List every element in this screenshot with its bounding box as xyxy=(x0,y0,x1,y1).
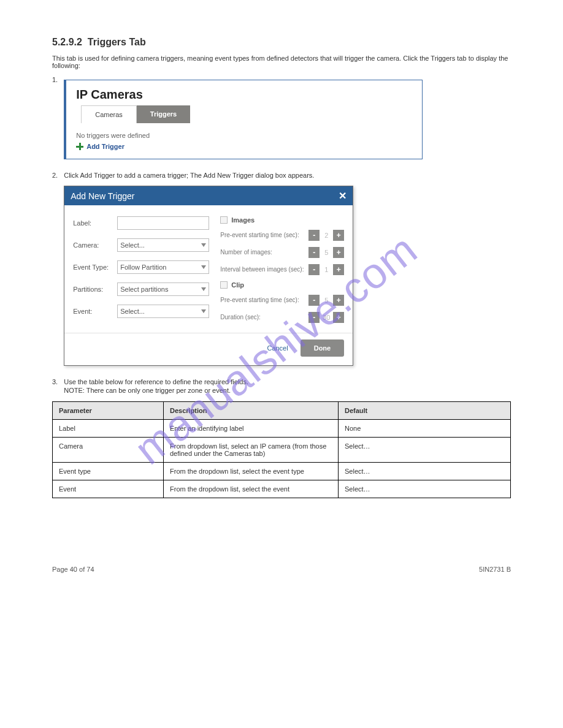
minus-icon[interactable]: - xyxy=(308,312,320,323)
step-2-marker: 2. xyxy=(52,172,58,366)
cell: Event xyxy=(53,480,164,498)
images-section-header: Images xyxy=(220,216,344,224)
label-input[interactable] xyxy=(117,216,209,230)
interval-label: Interval between images (sec): xyxy=(220,266,308,273)
cell: Label xyxy=(53,420,164,438)
partitions-select-value: Select partitions xyxy=(120,286,168,293)
interval-value: 1 xyxy=(320,266,333,273)
page-footer-right: 5IN2731 B xyxy=(479,566,511,573)
panel-title: IP Cameras xyxy=(66,88,422,105)
eventtype-field-label: Event Type: xyxy=(73,264,117,271)
cell: Select… xyxy=(339,480,511,498)
plus-icon[interactable]: + xyxy=(333,264,344,275)
ip-cameras-panel: IP Cameras Cameras Triggers No triggers … xyxy=(64,80,423,159)
minus-icon[interactable]: - xyxy=(308,264,320,275)
step-3-marker: 3. xyxy=(52,378,58,398)
add-trigger-modal: Add New Trigger ✕ Label: Camera: Select.… xyxy=(64,186,353,366)
table-row: Label Enter an identifying label None xyxy=(53,420,511,438)
plus-icon[interactable]: + xyxy=(333,295,344,306)
section-number: 5.2.9.2 xyxy=(52,37,82,47)
duration-value: 30 xyxy=(320,314,333,321)
table-row: Event type From the dropdown list, selec… xyxy=(53,463,511,480)
th-parameter: Parameter xyxy=(53,402,164,420)
tab-bar: Cameras Triggers xyxy=(81,105,422,123)
preevent-images-label: Pre-event starting time (sec): xyxy=(220,232,308,239)
section-title: Triggers Tab xyxy=(88,37,146,47)
done-button[interactable]: Done xyxy=(301,339,345,357)
minus-icon[interactable]: - xyxy=(308,230,320,241)
tab-triggers[interactable]: Triggers xyxy=(137,105,190,123)
minus-icon[interactable]: - xyxy=(308,247,320,258)
numimages-label: Number of images: xyxy=(220,249,308,256)
chevron-down-icon xyxy=(201,287,206,291)
interval-stepper[interactable]: - 1 + xyxy=(308,264,344,275)
clip-section-header: Clip xyxy=(220,281,344,289)
event-select[interactable]: Select... xyxy=(117,305,209,318)
clip-checkbox[interactable] xyxy=(220,281,228,289)
cell: Select… xyxy=(339,438,511,463)
preevent-images-value: 2 xyxy=(320,232,333,239)
cancel-button[interactable]: Cancel xyxy=(267,344,288,352)
plus-icon[interactable]: + xyxy=(333,247,344,258)
modal-title: Add New Trigger xyxy=(71,191,134,201)
cell: Enter an identifying label xyxy=(164,420,339,438)
camera-select[interactable]: Select... xyxy=(117,238,209,252)
images-checkbox[interactable] xyxy=(220,216,228,224)
th-default: Default xyxy=(339,402,511,420)
add-trigger-label: Add Trigger xyxy=(86,143,124,150)
table-row: Event From the dropdown list, select the… xyxy=(53,480,511,498)
modal-header: Add New Trigger ✕ xyxy=(64,186,353,205)
partitions-field-label: Partitions: xyxy=(73,286,117,293)
numimages-stepper[interactable]: - 5 + xyxy=(308,247,344,258)
clip-section-label: Clip xyxy=(231,281,244,289)
camera-field-label: Camera: xyxy=(73,241,117,249)
chevron-down-icon xyxy=(201,309,206,313)
close-icon[interactable]: ✕ xyxy=(339,190,347,202)
cell: Camera xyxy=(53,438,164,463)
cell: Select… xyxy=(339,463,511,480)
chevron-down-icon xyxy=(201,265,206,269)
numimages-value: 5 xyxy=(320,249,333,256)
minus-icon[interactable]: - xyxy=(308,295,320,306)
eventtype-select[interactable]: Follow Partition xyxy=(117,260,209,274)
table-row: Camera From dropdown list, select an IP … xyxy=(53,438,511,463)
cell: None xyxy=(339,420,511,438)
event-field-label: Event: xyxy=(73,308,117,315)
event-select-value: Select... xyxy=(120,308,145,315)
plus-icon xyxy=(76,143,83,150)
plus-icon[interactable]: + xyxy=(333,230,344,241)
step-3-note: NOTE: There can be only one trigger per … xyxy=(64,387,511,394)
section-intro: This tab is used for defining camera tri… xyxy=(52,55,511,69)
section-heading: 5.2.9.2 Triggers Tab xyxy=(52,37,511,48)
step-2-text: Click Add Trigger to add a camera trigge… xyxy=(64,172,511,179)
plus-icon[interactable]: + xyxy=(333,312,344,323)
duration-label: Duration (sec): xyxy=(220,314,308,321)
page-footer-left: Page 40 of 74 xyxy=(52,566,94,573)
duration-stepper[interactable]: - 30 + xyxy=(308,312,344,323)
camera-select-value: Select... xyxy=(120,241,145,249)
step-1-marker: 1. xyxy=(52,76,58,159)
preevent-clip-stepper[interactable]: - 5 + xyxy=(308,295,344,306)
partitions-select[interactable]: Select partitions xyxy=(117,282,209,296)
chevron-down-icon xyxy=(201,243,206,247)
cell: From dropdown list, select an IP camera … xyxy=(164,438,339,463)
th-description: Description xyxy=(164,402,339,420)
parameters-table: Parameter Description Default Label Ente… xyxy=(52,401,511,498)
add-trigger-button[interactable]: Add Trigger xyxy=(66,140,422,150)
cell: From the dropdown list, select the event… xyxy=(164,463,339,480)
cell: From the dropdown list, select the event xyxy=(164,480,339,498)
eventtype-select-value: Follow Partition xyxy=(120,264,166,271)
step-3-text: Use the table below for reference to def… xyxy=(64,378,511,385)
no-triggers-text: No triggers were defined xyxy=(66,132,422,140)
cell: Event type xyxy=(53,463,164,480)
tab-cameras[interactable]: Cameras xyxy=(81,105,137,123)
images-section-label: Images xyxy=(231,216,255,224)
preevent-clip-value: 5 xyxy=(320,297,333,304)
label-field-label: Label: xyxy=(73,219,117,227)
preevent-images-stepper[interactable]: - 2 + xyxy=(308,230,344,241)
preevent-clip-label: Pre-event starting time (sec): xyxy=(220,297,308,304)
